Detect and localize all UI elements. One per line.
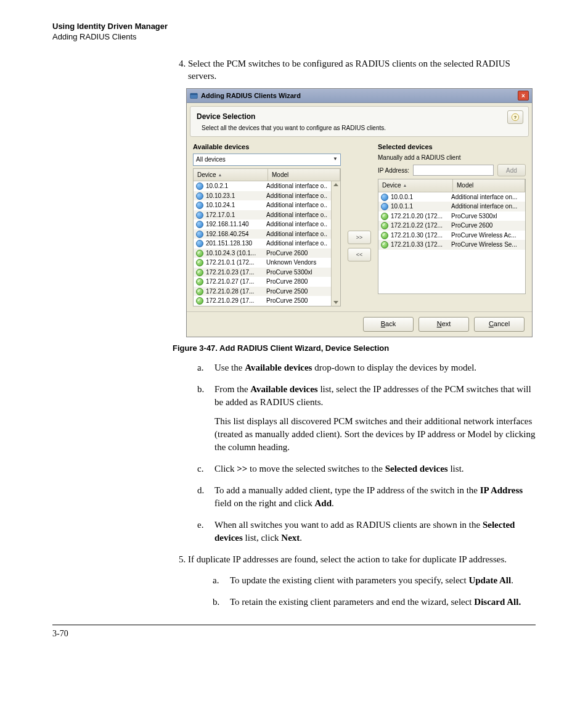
device-ip: 172.17.0.1	[206, 211, 235, 220]
status-interface-icon	[381, 194, 388, 201]
close-button[interactable]: ×	[518, 91, 529, 101]
header-title: Using Identity Driven Manager	[52, 22, 536, 32]
help-button[interactable]: ?	[507, 110, 523, 124]
status-interface-icon	[196, 183, 203, 190]
table-row[interactable]: 192.168.11.140Additional interface o..	[194, 220, 340, 229]
col-header-model[interactable]: Model	[268, 169, 340, 181]
dialog-titlebar: Adding RADIUS Clients Wizard ×	[187, 89, 532, 103]
status-interface-icon	[196, 240, 203, 247]
substep-a: Use the Available devices drop-down to d…	[214, 361, 536, 374]
footer-rule	[52, 625, 536, 625]
device-ip: 10.0.2.1	[206, 182, 228, 191]
status-device-icon	[381, 232, 388, 239]
scrollbar[interactable]	[331, 181, 340, 306]
device-ip: 172.21.0.29 (17...	[206, 297, 254, 305]
table-row[interactable]: 172.21.0.20 (172...ProCurve 5300xl	[378, 211, 525, 221]
col-header-device[interactable]: Device▲	[194, 169, 268, 181]
page-header: Using Identity Driven Manager Adding RAD…	[52, 22, 536, 43]
status-device-icon	[196, 288, 203, 295]
device-ip: 172.21.0.1 (172...	[206, 258, 254, 267]
device-model: Additional interface o..	[263, 201, 340, 210]
device-model: Additional interface on...	[447, 193, 525, 202]
device-ip: 10.10.24.3 (10.1...	[206, 249, 256, 258]
status-device-icon	[196, 250, 203, 257]
table-row[interactable]: 10.10.24.1Additional interface o..	[194, 200, 340, 210]
ip-address-input[interactable]	[413, 165, 494, 176]
step-5: If duplicate IP addresses are found, sel…	[188, 553, 536, 609]
back-button[interactable]: Back	[363, 317, 414, 332]
move-right-button[interactable]: >>	[348, 231, 371, 244]
device-model: ProCurve 2500	[263, 287, 340, 296]
device-filter-dropdown[interactable]: All devices ▼	[193, 154, 341, 166]
step-4-text: Select the PCM switches to be configured…	[188, 59, 510, 81]
substep-e: When all switches you want to add as RAD…	[214, 519, 536, 544]
device-model: Additional interface o..	[263, 211, 340, 220]
device-model: ProCurve 2600	[263, 249, 340, 258]
filter-value: All devices	[196, 155, 226, 164]
status-device-icon	[381, 213, 388, 220]
status-interface-icon	[196, 231, 203, 238]
device-ip: 172.21.0.27 (17...	[206, 277, 254, 286]
device-model: ProCurve 5300xl	[447, 212, 525, 221]
device-ip: 192.168.40.254	[206, 230, 249, 239]
step-5-text: If duplicate IP addresses are found, sel…	[188, 554, 507, 564]
table-row[interactable]: 172.21.0.23 (17...ProCurve 5300xl	[194, 268, 340, 277]
status-interface-icon	[196, 221, 203, 228]
device-ip: 10.10.24.1	[206, 201, 235, 210]
device-model: Additional interface o..	[263, 192, 340, 200]
status-interface-icon	[196, 211, 203, 219]
device-model: Additional interface o..	[263, 220, 340, 229]
table-row[interactable]: 172.21.0.30 (172...ProCurve Wireless Ac.…	[378, 231, 525, 240]
status-interface-icon	[196, 202, 203, 209]
device-model: ProCurve 2600	[447, 221, 525, 230]
status-device-icon	[196, 269, 203, 276]
table-row[interactable]: 172.17.0.1Additional interface o..	[194, 210, 340, 220]
available-devices-table: Device▲ Model 10.0.2.1Additional interfa…	[193, 168, 341, 306]
device-ip: 172.21.0.30 (172...	[391, 231, 443, 240]
table-row[interactable]: 172.21.0.29 (17...ProCurve 2500	[194, 296, 340, 306]
add-button[interactable]: Add	[497, 164, 526, 176]
substep-b-para2: This list displays all discovered PCM sw…	[214, 415, 536, 454]
table-row[interactable]: 10.0.1.1Additional interface on...	[378, 202, 525, 211]
table-row[interactable]: 10.0.2.1Additional interface o..	[194, 181, 340, 191]
device-model: ProCurve Wireless Se...	[447, 240, 525, 249]
table-row[interactable]: 10.0.0.1Additional interface on...	[378, 192, 525, 202]
col-header-model-sel[interactable]: Model	[453, 179, 525, 192]
dialog-title-text: Adding RADIUS Clients Wizard	[201, 91, 518, 101]
device-ip: 201.151.128.130	[206, 239, 252, 248]
table-row[interactable]: 172.21.0.22 (172...ProCurve 2600	[378, 221, 525, 231]
device-model: Additional interface o..	[263, 182, 340, 191]
table-row[interactable]: 172.21.0.1 (172...Unknown Vendors	[194, 258, 340, 268]
col-header-device-sel[interactable]: Device▲	[378, 179, 453, 192]
status-device-icon	[381, 241, 388, 248]
table-row[interactable]: 172.21.0.33 (172...ProCurve Wireless Se.…	[378, 240, 525, 250]
move-left-button[interactable]: <<	[348, 248, 371, 261]
chevron-down-icon: ▼	[333, 156, 338, 163]
device-model: ProCurve 2800	[263, 277, 340, 286]
section-subtitle: Select all the devices that you want to …	[202, 124, 522, 133]
table-row[interactable]: 10.10.24.3 (10.1...ProCurve 2600	[194, 248, 340, 258]
device-ip: 10.0.0.1	[391, 193, 413, 202]
table-row[interactable]: 172.21.0.28 (17...ProCurve 2500	[194, 287, 340, 297]
next-button[interactable]: Next	[419, 317, 469, 332]
status-device-icon	[196, 278, 203, 285]
substep-c: Click >> to move the selected switches t…	[214, 462, 536, 475]
device-model: ProCurve 5300xl	[263, 268, 340, 277]
status-device-icon	[196, 259, 203, 266]
cancel-button[interactable]: Cancel	[474, 317, 525, 332]
substep-5b: To retain the existing client parameters…	[230, 596, 536, 609]
device-model: ProCurve Wireless Ac...	[447, 231, 525, 240]
table-row[interactable]: 10.10.23.1Additional interface o..	[194, 191, 340, 201]
header-subtitle: Adding RADIUS Clients	[52, 32, 536, 43]
substep-b: From the Available devices list, select …	[214, 383, 536, 454]
table-row[interactable]: 172.21.0.27 (17...ProCurve 2800	[194, 277, 340, 287]
figure-caption: Figure 3-47. Add RADIUS Client Wizard, D…	[173, 343, 536, 353]
device-ip: 172.21.0.20 (172...	[391, 212, 443, 221]
device-ip: 172.21.0.22 (172...	[391, 221, 443, 230]
device-ip: 10.0.1.1	[391, 202, 413, 211]
substep-5a: To update the existing client with param…	[230, 574, 536, 587]
table-row[interactable]: 201.151.128.130Additional interface o..	[194, 239, 340, 248]
dialog-screenshot: Adding RADIUS Clients Wizard × Device Se…	[188, 88, 536, 337]
device-ip: 172.21.0.33 (172...	[391, 240, 443, 249]
table-row[interactable]: 192.168.40.254Additional interface o..	[194, 229, 340, 239]
